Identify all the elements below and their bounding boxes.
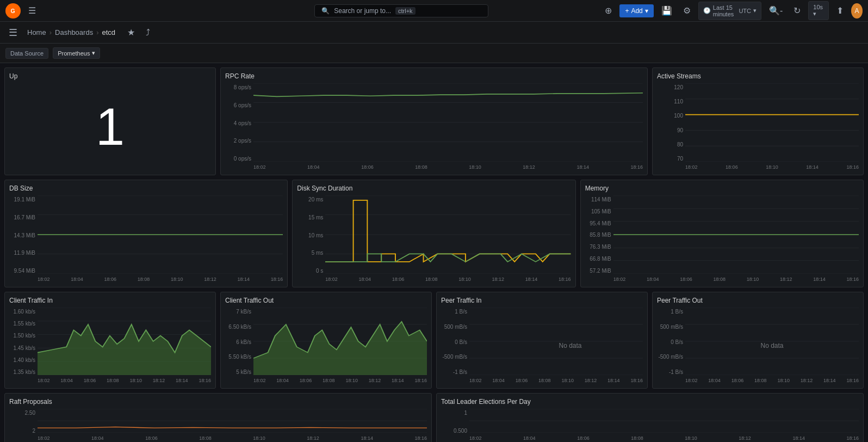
panel-up-value: 1 <box>9 83 211 170</box>
panel-raft: Raft Proposals 2.50 2 18:0218:0 <box>4 393 432 442</box>
time-range-picker[interactable]: 🕐 Last 15 minutes UTC ▾ <box>698 2 761 20</box>
panel-peerin-title: Peer Traffic In <box>441 297 643 304</box>
add-icon: + <box>625 7 629 15</box>
filterbar: Data Source Prometheus ▾ <box>0 44 868 63</box>
memory-y-axis: 114 MiB 105 MiB 95.4 MiB 85.8 MiB 76.3 M… <box>585 195 613 283</box>
refresh-interval-label: 10s <box>813 4 823 10</box>
panel-db-size: DB Size 19.1 MiB 16.7 MiB 14.3 MiB 11.9 … <box>4 180 288 287</box>
breadcrumb-sep-1: › <box>49 28 52 36</box>
star-button[interactable]: ★ <box>124 25 138 40</box>
topbar-center: 🔍 Search or jump to... ctrl+k <box>206 4 597 17</box>
user-avatar[interactable]: A <box>851 3 863 19</box>
panel-up-title: Up <box>9 72 211 80</box>
panel-clientin-title: Client Traffic In <box>9 297 211 304</box>
svg-marker-44 <box>253 322 427 375</box>
breadcrumb-home[interactable]: Home <box>27 28 46 36</box>
topbar-left: G ☰ <box>5 3 201 19</box>
memory-x-axis: 18:0218:0418:0618:0818:1018:1218:1418:16 <box>613 275 859 282</box>
breadcrumb: Home › Dashboards › etcd <box>27 28 115 36</box>
panel-up: Up 1 <box>4 67 216 175</box>
peerin-y-axis: 1 B/s 500 mB/s 0 B/s -500 mB/s -1 B/s <box>441 308 469 384</box>
panel-active-title: Active Streams <box>657 72 859 80</box>
disk-chart-area: 18:0218:0418:0618:0818:1018:1218:1418:16 <box>325 195 571 283</box>
datasource-chevron: ▾ <box>92 50 95 57</box>
raft-chart-container: 2.50 2 18:0218:0418:0618:0818:1018:1218:… <box>9 409 427 441</box>
topbar: G ☰ 🔍 Search or jump to... ctrl+k ⊕ + Ad… <box>0 0 868 22</box>
panel-elections: Total Leader Elections Per Day 1 0.500 1… <box>436 393 864 442</box>
settings-button[interactable]: ⚙ <box>680 3 694 18</box>
clientout-chart-area: 18:0218:0418:0618:0818:1018:1218:1418:16 <box>253 308 427 384</box>
panel-client-out: Client Traffic Out 7 kB/s 6.50 kB/s 6 kB… <box>220 292 432 389</box>
panel-peer-in: Peer Traffic In 1 B/s 500 mB/s 0 B/s -50… <box>436 292 648 389</box>
share-button[interactable]: ⤴ <box>142 25 153 40</box>
add-label: Add <box>631 7 642 15</box>
panel-memory-title: Memory <box>585 185 859 192</box>
panel-peerout-title: Peer Traffic Out <box>657 297 859 304</box>
clientin-chart-container: 1.60 kb/s 1.55 kb/s 1.50 kb/s 1.45 kb/s … <box>9 308 211 384</box>
search-shortcut: ctrl+k <box>395 7 416 15</box>
active-x-axis: 18:0218:0618:1018:1418:16 <box>685 163 859 170</box>
datasource-value: Prometheus <box>58 50 90 57</box>
clock-icon: 🕐 <box>703 7 711 14</box>
refresh-chevron: ▾ <box>813 10 816 17</box>
elections-y-axis: 1 0.500 <box>441 409 469 441</box>
panel-clientout-title: Client Traffic Out <box>225 297 427 304</box>
refresh-button[interactable]: ↻ <box>790 3 804 18</box>
elections-x-axis: 18:0218:0418:0618:0818:1018:1218:1418:16 <box>469 434 859 441</box>
time-range-label: Last 15 minutes <box>713 4 737 17</box>
zoom-out-button[interactable]: 🔍- <box>766 3 786 18</box>
collapse-button[interactable]: ⬆ <box>833 3 847 18</box>
nav-menu-button[interactable]: ☰ <box>5 24 21 41</box>
rpc-x-axis: 18:0218:0418:0618:0818:1018:1218:1418:16 <box>253 163 643 170</box>
search-icon: 🔍 <box>321 7 330 15</box>
elections-chart-area: 18:0218:0418:0618:0818:1018:1218:1418:16 <box>469 409 859 441</box>
active-chart-container: 120 110 100 90 80 70 <box>657 83 859 170</box>
plus-button[interactable]: ⊕ <box>602 3 615 18</box>
peerin-no-data: No data <box>498 308 643 384</box>
breadcrumb-sep-2: › <box>96 28 98 36</box>
menu-button[interactable]: ☰ <box>25 3 39 18</box>
clientout-x-axis: 18:0218:0418:0618:0818:1018:1218:1418:16 <box>253 377 427 383</box>
panel-disk-sync: Disk Sync Duration 20 ms 15 ms 10 ms 5 m… <box>292 180 575 287</box>
panel-raft-title: Raft Proposals <box>9 398 427 406</box>
timezone-label: UTC <box>739 8 751 14</box>
memory-chart-area: 18:0218:0418:0618:0818:1018:1218:1418:16 <box>613 195 859 283</box>
peerin-chart-area: No data 18:0218:0418:0618:0818:1018:1218… <box>469 308 643 384</box>
add-button[interactable]: + Add ▾ <box>619 4 653 17</box>
search-placeholder: Search or jump to... <box>334 7 391 15</box>
search-box[interactable]: 🔍 Search or jump to... ctrl+k <box>314 4 488 17</box>
add-chevron: ▾ <box>645 7 648 15</box>
raft-chart-area: 18:0218:0418:0618:0818:1018:1218:1418:16 <box>38 409 427 441</box>
svg-marker-38 <box>38 324 211 375</box>
breadcrumb-dashboards[interactable]: Dashboards <box>55 28 93 36</box>
raft-y-axis: 2.50 2 <box>9 409 38 441</box>
nav-icons: ★ ⤴ <box>124 25 153 40</box>
panel-rpc-rate: RPC Rate 8 ops/s 6 ops/s 4 ops/s 2 ops/s… <box>220 67 648 175</box>
panel-db-title: DB Size <box>9 185 283 192</box>
topbar-right: ⊕ + Add ▾ 💾 ⚙ 🕐 Last 15 minutes UTC ▾ 🔍-… <box>602 1 863 20</box>
datasource-label: Data Source <box>5 48 48 59</box>
grafana-logo: G <box>5 3 21 19</box>
dashboard: Up 1 RPC Rate 8 ops/s 6 ops/s 4 ops/s 2 … <box>0 63 868 442</box>
svg-text:G: G <box>11 7 15 14</box>
active-y-axis: 120 110 100 90 80 70 <box>657 83 685 170</box>
db-chart-area: 18:0218:0418:0618:0818:1018:1218:1418:16 <box>38 195 283 283</box>
panel-active-streams: Active Streams 120 110 100 90 80 70 <box>652 67 864 175</box>
panel-peer-out: Peer Traffic Out 1 B/s 500 mB/s 0 B/s -5… <box>652 292 864 389</box>
refresh-interval[interactable]: 10s ▾ <box>808 1 829 20</box>
save-button[interactable]: 💾 <box>658 3 675 18</box>
memory-chart-container: 114 MiB 105 MiB 95.4 MiB 85.8 MiB 76.3 M… <box>585 195 859 283</box>
disk-x-axis: 18:0218:0418:0618:0818:1018:1218:1418:16 <box>325 275 571 282</box>
rpc-chart-area: 18:0218:0418:0618:0818:1018:1218:1418:16 <box>253 83 643 170</box>
raft-x-axis: 18:0218:0418:0618:0818:1018:1218:1418:16 <box>38 434 427 441</box>
disk-y-axis: 20 ms 15 ms 10 ms 5 ms 0 s <box>297 195 325 283</box>
panel-rpc-title: RPC Rate <box>225 72 643 80</box>
panel-memory: Memory 114 MiB 105 MiB 95.4 MiB 85.8 MiB… <box>580 180 864 287</box>
peerout-no-data: No data <box>685 308 859 384</box>
panel-client-in: Client Traffic In 1.60 kb/s 1.55 kb/s 1.… <box>4 292 216 389</box>
panel-disk-title: Disk Sync Duration <box>297 185 571 192</box>
datasource-selector[interactable]: Prometheus ▾ <box>53 47 100 59</box>
disk-chart-container: 20 ms 15 ms 10 ms 5 ms 0 s <box>297 195 571 283</box>
active-chart-area: 18:0218:0618:1018:1418:16 <box>685 83 859 170</box>
clientin-x-axis: 18:0218:0418:0618:0818:1018:1218:1418:16 <box>38 377 211 383</box>
